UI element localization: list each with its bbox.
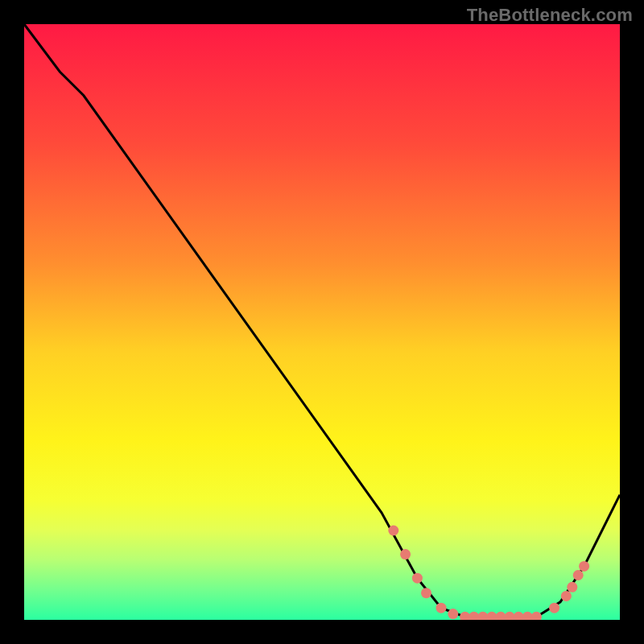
chart-marker xyxy=(561,591,572,601)
chart-svg xyxy=(0,0,644,644)
chart-marker xyxy=(448,609,458,619)
chart-marker xyxy=(400,549,411,559)
chart-marker xyxy=(573,570,584,580)
plot-background xyxy=(24,24,620,620)
chart-marker xyxy=(388,526,398,536)
chart-marker xyxy=(549,603,559,613)
frame-left xyxy=(0,0,24,644)
watermark-text: TheBottleneck.com xyxy=(467,5,633,26)
chart-container: TheBottleneck.com xyxy=(0,0,644,644)
chart-marker xyxy=(579,561,589,572)
frame-right xyxy=(620,0,644,644)
chart-marker xyxy=(436,603,447,613)
chart-marker xyxy=(567,582,577,592)
chart-marker xyxy=(412,573,423,584)
chart-marker xyxy=(421,588,431,598)
frame-bottom xyxy=(0,620,644,644)
